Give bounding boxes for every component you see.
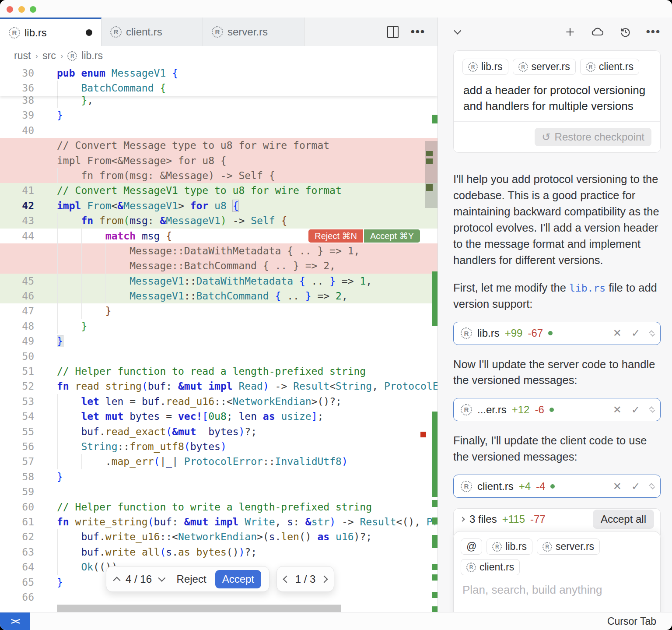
code-line-39[interactable]: 39} xyxy=(0,108,438,123)
code-editor[interactable]: 38 },39}40// Convert Message type to u8 … xyxy=(0,66,438,612)
file-diff-card-lib-rs[interactable]: R lib.rs +99 -67 ✕ ✓ xyxy=(453,322,661,345)
chat-scroll-area[interactable]: Rlib.rsRserver.rsRclient.rs add a header… xyxy=(438,46,672,612)
reject-file-icon[interactable]: ✕ xyxy=(613,327,622,339)
reject-diff-button[interactable]: Reject ⌘N xyxy=(308,229,363,243)
selected-line[interactable] xyxy=(0,605,438,612)
expand-file-icon[interactable] xyxy=(650,406,653,413)
next-diff-icon[interactable] xyxy=(158,574,165,581)
code-line[interactable]: fn from(msg: &Message) -> Self { xyxy=(0,168,438,183)
lines-removed: -6 xyxy=(535,404,544,416)
code-line-56[interactable]: 56 String::from_utf8(bytes) xyxy=(0,439,438,454)
close-window-button[interactable] xyxy=(7,6,13,13)
breadcrumb-item[interactable]: src xyxy=(42,50,56,62)
accept-all-button[interactable]: Accept all xyxy=(593,510,654,529)
sticky-scroll[interactable]: 30pub enum MessageV1 {36 BatchCommand { xyxy=(0,66,438,96)
cursor-tab-status[interactable]: Cursor Tab xyxy=(607,616,672,627)
tab-lib-rs[interactable]: R lib.rs xyxy=(0,18,102,46)
minimize-window-button[interactable] xyxy=(18,6,25,13)
indent-guide xyxy=(57,81,58,95)
chat-input[interactable]: Plan, search, build anything xyxy=(462,583,651,597)
accept-button[interactable]: Accept xyxy=(215,570,261,588)
cloud-icon[interactable] xyxy=(591,27,605,37)
prev-file-icon[interactable] xyxy=(283,575,290,583)
next-file-icon[interactable] xyxy=(321,575,328,583)
expand-file-icon[interactable] xyxy=(650,330,653,337)
remote-indicator[interactable]: >< xyxy=(0,612,30,630)
reject-file-icon[interactable]: ✕ xyxy=(613,480,622,493)
reject-file-icon[interactable]: ✕ xyxy=(613,404,622,416)
code-line-51[interactable]: 51// Helper function to read a length-pr… xyxy=(0,364,438,379)
accept-file-icon[interactable]: ✓ xyxy=(631,480,640,493)
expand-summary-icon[interactable] xyxy=(460,517,465,521)
accept-file-icon[interactable]: ✓ xyxy=(631,404,640,416)
user-message-card: Rlib.rsRserver.rsRclient.rs add a header… xyxy=(453,50,661,153)
breadcrumb-file[interactable]: lib.rs xyxy=(81,50,103,62)
tab-client-rs[interactable]: R client.rs xyxy=(102,18,203,46)
code-line-66[interactable]: 66 xyxy=(0,590,438,605)
chat-more-actions-icon[interactable]: ••• xyxy=(646,25,661,39)
code-text: buf.write_all(s.as_bytes())?; xyxy=(57,545,438,560)
new-chat-icon[interactable] xyxy=(564,26,576,38)
code-line-40[interactable]: 40 xyxy=(0,123,438,138)
prev-diff-icon[interactable] xyxy=(113,577,121,584)
code-line-48[interactable]: 48 } xyxy=(0,319,438,334)
code-line-42[interactable]: 42impl From<&MessageV1> for u8 { xyxy=(0,198,438,213)
code-text: // Helper function to read a length-pref… xyxy=(57,364,438,379)
code-line-60[interactable]: 60// Helper function to write a length-p… xyxy=(0,500,438,514)
code-line[interactable]: Message::DataWithMetadata { .. } => 1, xyxy=(0,243,438,258)
file-chip-server-rs[interactable]: Rserver.rs xyxy=(537,538,600,555)
history-icon[interactable] xyxy=(620,26,631,38)
code-line[interactable]: Message::BatchCommand { .. } => 2, xyxy=(0,258,438,273)
accept-diff-button[interactable]: Accept ⌘Y xyxy=(364,229,420,243)
zoom-window-button[interactable] xyxy=(30,6,36,13)
code-line-43[interactable]: 43 fn from(msg: &MessageV1) -> Self { xyxy=(0,213,438,228)
code-line-52[interactable]: 52fn read_string(buf: &mut impl Read) ->… xyxy=(0,379,438,394)
chevron-down-icon[interactable] xyxy=(454,27,461,34)
reject-button[interactable]: Reject xyxy=(177,573,206,585)
code-line-61[interactable]: 61fn write_string(buf: &mut impl Write, … xyxy=(0,514,438,529)
editor-more-actions-icon[interactable]: ••• xyxy=(411,25,425,39)
indent-guide xyxy=(105,274,106,289)
code-line-53[interactable]: 53 let len = buf.read_u16::<NetworkEndia… xyxy=(0,394,438,409)
code-line-50[interactable]: 50 xyxy=(0,349,438,364)
code-line-58[interactable]: 58} xyxy=(0,469,438,484)
accept-file-icon[interactable]: ✓ xyxy=(631,327,640,339)
code-line-30[interactable]: 30pub enum MessageV1 { xyxy=(0,66,438,81)
code-line-62[interactable]: 62 buf.write_u16::<NetworkEndian>(s.len(… xyxy=(0,529,438,544)
file-chip-client-rs[interactable]: Rclient.rs xyxy=(580,59,639,75)
diff-counter: 4 / 16 xyxy=(126,573,152,585)
overview-ruler[interactable] xyxy=(425,66,438,612)
code-line-46[interactable]: 46 MessageV1::BatchCommand { .. } => 2, xyxy=(0,289,438,303)
code-line[interactable]: // Convert Message type to u8 for wire f… xyxy=(0,138,438,153)
tab-server-rs[interactable]: R server.rs xyxy=(203,18,304,46)
code-line-59[interactable]: 59 xyxy=(0,484,438,499)
indent-guide xyxy=(81,274,82,289)
code-line-63[interactable]: 63 buf.write_all(s.as_bytes())?; xyxy=(0,545,438,560)
chat-input-card[interactable]: @Rlib.rsRserver.rsRclient.rs Plan, searc… xyxy=(453,531,661,612)
code-line-55[interactable]: 55 buf.read_exact(&mut bytes)?; xyxy=(0,424,438,439)
file-chip-client-rs[interactable]: Rclient.rs xyxy=(461,559,520,575)
breadcrumb-item[interactable]: rust xyxy=(14,50,31,62)
code-text: let len = buf.read_u16::<NetworkEndian>(… xyxy=(57,394,438,409)
breadcrumb[interactable]: rust › src › R lib.rs xyxy=(0,46,438,66)
code-line[interactable]: impl From<&Message> for u8 { xyxy=(0,153,438,168)
code-line-57[interactable]: 57 .map_err(|_| ProtocolError::InvalidUt… xyxy=(0,454,438,469)
code-line-41[interactable]: 41// Convert MessageV1 type to u8 for wi… xyxy=(0,183,438,198)
file-diff-card-server-rs[interactable]: R ...er.rs +12 -6 ✕ ✓ xyxy=(453,398,661,421)
code-line-36[interactable]: 36 BatchCommand { xyxy=(0,81,438,95)
file-chip-lib-rs[interactable]: Rlib.rs xyxy=(486,538,532,555)
code-line-45[interactable]: 45 MessageV1::DataWithMetadata { .. } =>… xyxy=(0,274,438,289)
file-diff-card-client-rs[interactable]: R client.rs +4 -4 ✕ ✓ xyxy=(453,475,661,498)
modified-dot-icon[interactable] xyxy=(86,29,92,36)
restore-checkpoint-button[interactable]: ↺ Restore checkpoint xyxy=(535,128,651,146)
code-text: } xyxy=(57,319,438,334)
inline-code[interactable]: lib.rs xyxy=(569,282,606,294)
add-context-button[interactable]: @ xyxy=(461,538,482,555)
file-chip-lib-rs[interactable]: Rlib.rs xyxy=(462,59,508,75)
code-line-47[interactable]: 47 } xyxy=(0,303,438,318)
code-line-49[interactable]: 49} xyxy=(0,334,438,348)
expand-file-icon[interactable] xyxy=(650,482,653,490)
code-line-54[interactable]: 54 let mut bytes = vec![0u8; len as usiz… xyxy=(0,409,438,424)
split-editor-icon[interactable] xyxy=(387,26,399,38)
file-chip-server-rs[interactable]: Rserver.rs xyxy=(513,59,576,75)
